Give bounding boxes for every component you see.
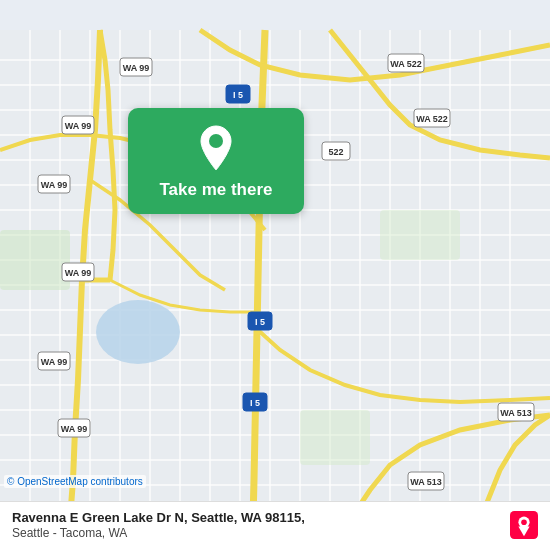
location-pin-icon (195, 124, 237, 172)
svg-point-36 (96, 300, 180, 364)
svg-text:WA 522: WA 522 (416, 114, 448, 124)
svg-point-72 (521, 519, 527, 525)
map-background: WA 99 WA 99 WA 99 WA 99 WA 99 WA 99 WA 5… (0, 0, 550, 550)
svg-text:I 5: I 5 (255, 317, 265, 327)
map-container: WA 99 WA 99 WA 99 WA 99 WA 99 WA 99 WA 5… (0, 0, 550, 550)
moovit-logo (510, 511, 538, 539)
info-left: Ravenna E Green Lake Dr N, Seattle, WA 9… (12, 510, 305, 540)
osm-credit: © OpenStreetMap contributors (4, 475, 146, 488)
svg-text:WA 99: WA 99 (41, 357, 68, 367)
svg-text:WA 99: WA 99 (65, 121, 92, 131)
location-card[interactable]: Take me there (128, 108, 304, 214)
address-line: Ravenna E Green Lake Dr N, Seattle, WA 9… (12, 510, 305, 525)
svg-text:I 5: I 5 (233, 90, 243, 100)
info-bar: Ravenna E Green Lake Dr N, Seattle, WA 9… (0, 501, 550, 550)
svg-text:I 5: I 5 (250, 398, 260, 408)
svg-point-68 (209, 134, 223, 148)
svg-text:WA 522: WA 522 (390, 59, 422, 69)
svg-text:WA 99: WA 99 (65, 268, 92, 278)
moovit-icon (510, 511, 538, 539)
svg-text:522: 522 (328, 147, 343, 157)
svg-text:WA 513: WA 513 (410, 477, 442, 487)
region-line: Seattle - Tacoma, WA (12, 526, 305, 540)
svg-text:WA 99: WA 99 (41, 180, 68, 190)
svg-rect-39 (300, 410, 370, 465)
svg-text:WA 99: WA 99 (123, 63, 150, 73)
svg-rect-37 (0, 230, 70, 290)
svg-rect-38 (380, 210, 460, 260)
take-me-there-button[interactable]: Take me there (159, 180, 272, 200)
osm-link[interactable]: © OpenStreetMap contributors (7, 476, 143, 487)
svg-text:WA 513: WA 513 (500, 408, 532, 418)
svg-text:WA 99: WA 99 (61, 424, 88, 434)
